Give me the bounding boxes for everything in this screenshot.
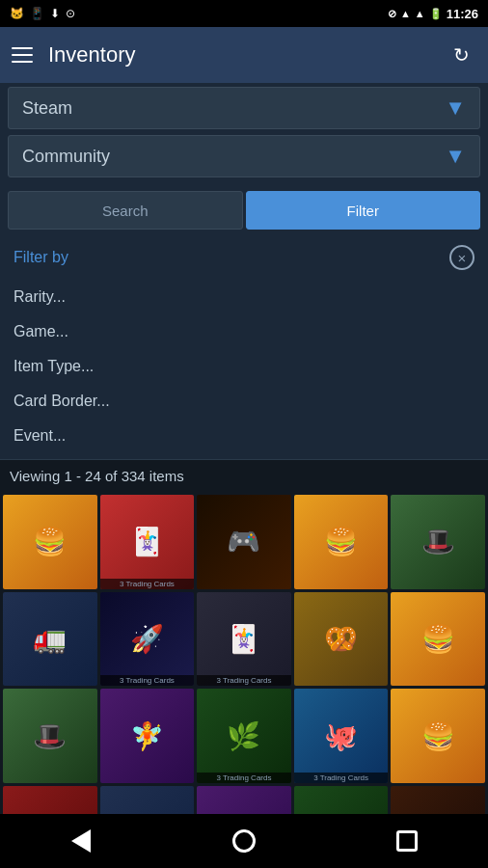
inventory-grid: 🍔🃏3 Trading Cards🎮🍔🎩🚛🚀3 Trading Cards🃏3 … <box>0 492 488 868</box>
card-border-option[interactable]: Card Border... <box>14 384 474 419</box>
back-button[interactable] <box>52 814 110 868</box>
phone-icon: 📱 <box>30 7 44 20</box>
status-bar-left: 🐱 📱 ⬇ ⊙ <box>10 7 75 20</box>
grid-item-image-10: 🍔 <box>391 592 485 687</box>
cat-icon: 🐱 <box>10 7 24 20</box>
item-type-option[interactable]: Item Type... <box>14 349 474 384</box>
grid-item-8[interactable]: 🃏3 Trading Cards <box>197 592 291 687</box>
type-dropdown-arrow: ▼ <box>445 144 466 169</box>
filter-tab[interactable]: Filter <box>246 191 481 230</box>
status-bar: 🐱 📱 ⬇ ⊙ ⊘ ▲ ▲ 🔋 11:26 <box>0 0 488 27</box>
grid-item-image-3: 🎮 <box>197 495 291 589</box>
grid-item-13[interactable]: 🌿3 Trading Cards <box>197 689 291 783</box>
back-icon <box>71 829 91 853</box>
grid-item-10[interactable]: 🍔 <box>391 592 485 687</box>
filter-close-button[interactable]: × <box>449 245 474 270</box>
grid-item-14[interactable]: 🐙3 Trading Cards <box>294 689 389 783</box>
recents-icon <box>396 830 418 852</box>
home-icon <box>232 829 256 853</box>
grid-item-7[interactable]: 🚀3 Trading Cards <box>100 592 195 687</box>
search-tab-label: Search <box>102 203 149 219</box>
tab-row: Search Filter <box>0 185 488 235</box>
filter-tab-label: Filter <box>347 203 379 219</box>
search-tab[interactable]: Search <box>8 191 243 230</box>
grid-item-image-12: 🧚 <box>100 689 195 783</box>
grid-item-image-5: 🎩 <box>391 495 485 589</box>
grid-item-badge-8: 3 Trading Cards <box>197 675 291 686</box>
grid-item-15[interactable]: 🍔 <box>391 689 485 783</box>
time-display: 11:26 <box>447 7 478 21</box>
grid-item-badge-13: 3 Trading Cards <box>197 773 291 783</box>
page-title: Inventory <box>48 42 430 68</box>
refresh-button[interactable]: ↻ <box>446 40 476 70</box>
grid-item-image-14: 🐙 <box>294 689 389 783</box>
battery-icon: 🔋 <box>429 8 443 20</box>
platform-dropdown-wrapper: Steam ▼ <box>0 83 488 129</box>
viewing-bar: Viewing 1 - 24 of 334 items <box>0 460 488 492</box>
viewing-count: Viewing 1 - 24 of 334 items <box>10 468 184 484</box>
grid-item-5[interactable]: 🎩 <box>391 495 485 589</box>
wifi-icon: ▲ <box>400 8 411 19</box>
grid-item-image-9: 🥨 <box>294 592 389 687</box>
status-bar-right: ⊘ ▲ ▲ 🔋 11:26 <box>388 7 478 21</box>
blocked-icon: ⊘ <box>388 8 396 20</box>
rarity-option[interactable]: Rarity... <box>14 280 474 314</box>
type-dropdown-wrapper: Community ▼ <box>0 133 488 185</box>
menu-line-1 <box>12 47 33 49</box>
grid-item-image-2: 🃏 <box>100 495 195 589</box>
grid-item-image-13: 🌿 <box>197 689 291 783</box>
filter-header: Filter by × <box>14 245 474 270</box>
grid-item-badge-7: 3 Trading Cards <box>100 675 195 686</box>
game-option[interactable]: Game... <box>14 314 474 349</box>
type-dropdown-label: Community <box>22 147 110 167</box>
steam-icon: ⊙ <box>66 7 75 20</box>
recents-button[interactable] <box>378 814 436 868</box>
grid-item-image-7: 🚀 <box>100 592 195 687</box>
menu-button[interactable] <box>12 47 33 63</box>
close-icon: × <box>458 250 467 266</box>
grid-item-2[interactable]: 🃏3 Trading Cards <box>100 495 195 589</box>
grid-item-9[interactable]: 🥨 <box>294 592 389 687</box>
platform-dropdown[interactable]: Steam ▼ <box>8 87 480 129</box>
filter-panel: Filter by × Rarity... Game... Item Type.… <box>0 235 488 460</box>
bottom-nav <box>0 814 488 868</box>
grid-item-1[interactable]: 🍔 <box>3 495 97 589</box>
grid-item-image-11: 🎩 <box>3 689 97 783</box>
grid-item-image-1: 🍔 <box>3 495 97 589</box>
grid-item-3[interactable]: 🎮 <box>197 495 291 589</box>
grid-item-11[interactable]: 🎩 <box>3 689 97 783</box>
signal-icon: ▲ <box>415 8 425 19</box>
platform-dropdown-label: Steam <box>22 98 72 119</box>
grid-item-badge-2: 3 Trading Cards <box>100 579 195 589</box>
grid-item-badge-14: 3 Trading Cards <box>294 773 389 783</box>
grid-item-6[interactable]: 🚛 <box>3 592 97 687</box>
platform-dropdown-arrow: ▼ <box>445 95 466 121</box>
download-icon: ⬇ <box>50 7 60 20</box>
menu-line-2 <box>12 54 33 56</box>
grid-item-4[interactable]: 🍔 <box>294 495 389 589</box>
type-dropdown[interactable]: Community ▼ <box>8 135 480 177</box>
grid-item-image-8: 🃏 <box>197 592 291 687</box>
menu-line-3 <box>12 61 33 63</box>
grid-item-image-15: 🍔 <box>391 689 485 783</box>
app-header: Inventory ↻ <box>0 27 488 83</box>
filter-by-label: Filter by <box>14 249 68 266</box>
grid-item-image-6: 🚛 <box>3 592 97 687</box>
grid-item-image-4: 🍔 <box>294 495 389 589</box>
grid-item-12[interactable]: 🧚 <box>100 689 195 783</box>
home-button[interactable] <box>215 814 273 868</box>
event-option[interactable]: Event... <box>14 419 474 453</box>
